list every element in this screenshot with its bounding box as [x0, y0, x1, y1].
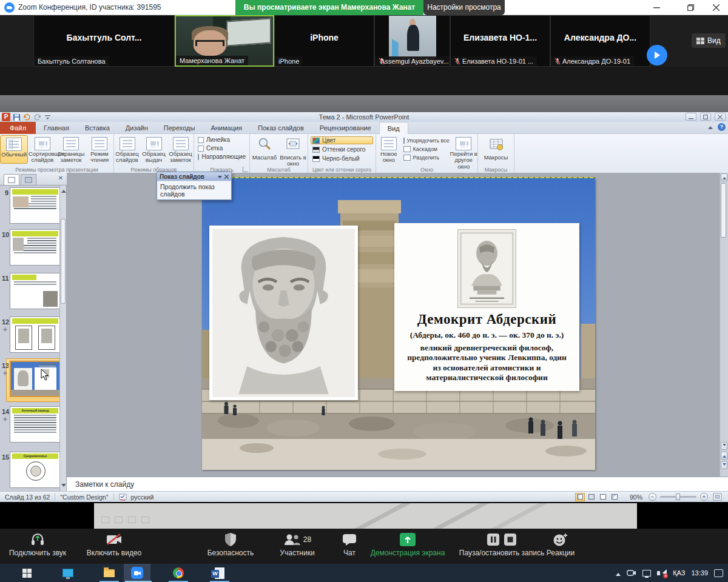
- view-layout-button[interactable]: Вид: [692, 33, 726, 48]
- slide-thumbnail-15[interactable]: Средневековье: [10, 452, 61, 488]
- save-icon[interactable]: [13, 113, 21, 121]
- task-view-button[interactable]: [56, 566, 80, 580]
- tab-design[interactable]: Дизайн: [118, 122, 156, 134]
- customize-toolbar-icon[interactable]: [44, 113, 52, 121]
- zoom-tray-icon[interactable]: [627, 569, 636, 577]
- gridlines-checkbox-row[interactable]: Сетка: [198, 145, 246, 152]
- zoom-button[interactable]: Масштаб: [251, 135, 278, 167]
- chrome-taskbar-button[interactable]: [166, 566, 190, 580]
- slide-thumbnail-9[interactable]: [10, 187, 61, 224]
- tab-review[interactable]: Рецензирование: [312, 122, 379, 134]
- scroll-up-button[interactable]: [721, 173, 727, 181]
- guides-checkbox-row[interactable]: Направляющие: [198, 153, 246, 160]
- new-window-button[interactable]: Новое окно: [376, 135, 402, 170]
- participant-tile-assemgul[interactable]: Assemgul Ayazbayev...: [374, 15, 450, 67]
- security-button[interactable]: Безопасность: [200, 532, 261, 557]
- tab-slideshow[interactable]: Показ слайдов: [250, 122, 312, 134]
- view-settings-button[interactable]: Настройки просмотра: [423, 0, 505, 15]
- slide-thumbnail-10[interactable]: [10, 229, 61, 266]
- zoom-in-button[interactable]: +: [700, 493, 708, 501]
- maximize-button[interactable]: [678, 0, 703, 15]
- stop-icon[interactable]: [504, 533, 517, 546]
- resume-slideshow-item[interactable]: Продолжить показ слайдов: [157, 181, 231, 199]
- zoom-slider-thumb[interactable]: [676, 493, 680, 500]
- current-slide[interactable]: Демокрит Абдерский (Абдеры, ок. 460 до н…: [202, 178, 595, 470]
- participants-button[interactable]: 28 Участники: [266, 532, 329, 557]
- pause-icon[interactable]: [487, 533, 500, 546]
- color-button[interactable]: Цвет: [311, 136, 373, 144]
- arrange-all-button[interactable]: Упорядочить все: [402, 137, 450, 144]
- macros-button[interactable]: Макросы: [482, 135, 510, 161]
- fit-to-window-button[interactable]: Вписать в окно: [279, 135, 307, 167]
- popup-dropdown-icon[interactable]: [218, 175, 222, 179]
- help-icon[interactable]: ?: [718, 123, 726, 131]
- notes-pane[interactable]: Заметки к слайду: [67, 477, 728, 491]
- normal-view-button[interactable]: Обычный: [0, 135, 28, 164]
- split-button[interactable]: Разделить: [402, 154, 450, 161]
- slide-thumbnail-13-selected[interactable]: [10, 361, 61, 397]
- ppt-close-button[interactable]: [715, 113, 726, 121]
- reading-view-shortcut[interactable]: [598, 493, 608, 501]
- network-icon[interactable]: [642, 570, 651, 577]
- notes-master-button[interactable]: Образец заметок: [167, 135, 194, 164]
- slide-sorter-shortcut[interactable]: [587, 493, 596, 501]
- tab-insert[interactable]: Вставка: [77, 122, 118, 134]
- ruler-checkbox-row[interactable]: Линейка: [198, 136, 246, 143]
- scroll-down-button[interactable]: [721, 442, 727, 450]
- slide-thumbnail-12[interactable]: [10, 316, 61, 353]
- grayscale-button[interactable]: Оттенки серого: [311, 146, 373, 153]
- scrollbar-thumb[interactable]: [721, 183, 726, 238]
- normal-view-shortcut[interactable]: [575, 493, 585, 501]
- collapse-ribbon-icon[interactable]: [708, 124, 713, 129]
- thumb-scroll-up-icon[interactable]: [61, 187, 66, 193]
- join-audio-button[interactable]: Подключить звук: [4, 532, 72, 557]
- reactions-button[interactable]: Реакции: [542, 532, 579, 557]
- outline-tab[interactable]: [21, 174, 36, 185]
- zoom-taskbar-button[interactable]: [125, 566, 149, 580]
- ppt-minimize-button[interactable]: [686, 113, 696, 121]
- reading-view-button[interactable]: Режим чтения: [86, 135, 113, 164]
- next-slide-button[interactable]: [721, 461, 727, 469]
- handout-master-button[interactable]: Образец выдач: [141, 135, 167, 164]
- zoom-slider-track[interactable]: [660, 496, 696, 498]
- tab-file[interactable]: Файл: [0, 122, 36, 134]
- tray-overflow-chevron[interactable]: [616, 570, 621, 576]
- speaker-muted-icon[interactable]: ✕: [657, 569, 667, 577]
- tab-home[interactable]: Главная: [36, 122, 77, 134]
- democritus-text-card[interactable]: Демокрит Абдерский (Абдеры, ок. 460 до н…: [394, 223, 579, 391]
- thumbnails-scrollbar[interactable]: [59, 186, 66, 491]
- pause-stop-recording-button[interactable]: Пауза/остановить запись: [456, 532, 547, 557]
- tab-view[interactable]: Вид: [379, 122, 408, 134]
- participant-tile-mamerkhanova[interactable]: Мамерханова Жанат: [175, 15, 274, 67]
- participant-tile-iphone[interactable]: iPhone iPhone: [274, 15, 374, 67]
- tab-transitions[interactable]: Переходы: [156, 122, 203, 134]
- slideshow-popup-titlebar[interactable]: Показ слайдов: [157, 172, 231, 181]
- proofing-language[interactable]: русский: [131, 493, 154, 501]
- previous-slide-button[interactable]: [721, 452, 727, 460]
- tab-animations[interactable]: Анимация: [203, 122, 250, 134]
- redo-icon[interactable]: [33, 113, 41, 121]
- homer-bust-image[interactable]: [209, 226, 358, 400]
- close-button[interactable]: [704, 0, 728, 15]
- slide-scrollbar[interactable]: [720, 173, 728, 477]
- switch-window-button[interactable]: Перейти в другое окно: [450, 135, 477, 170]
- slide-sorter-button[interactable]: Сортировщик слайдов: [29, 135, 56, 164]
- notes-page-button[interactable]: Страницы заметок: [57, 135, 85, 164]
- slide-thumbnail-14[interactable]: Античный период: [10, 406, 61, 443]
- popup-close-icon[interactable]: [224, 175, 229, 179]
- ppt-maximize-button[interactable]: [700, 113, 711, 121]
- spellcheck-icon[interactable]: [119, 493, 127, 501]
- share-screen-button[interactable]: Демонстрация экрана: [369, 532, 447, 557]
- language-indicator[interactable]: ҚАЗ: [673, 569, 685, 577]
- black-white-button[interactable]: Черно-белый: [311, 155, 373, 162]
- participant-tile-bakhytgul[interactable]: Бахытгуль Солт... Бахытгуль Солтанова: [33, 15, 175, 67]
- slide-thumbnail-11[interactable]: [10, 273, 61, 309]
- word-taskbar-button[interactable]: W: [207, 566, 232, 580]
- dialog-launcher-icon[interactable]: [243, 167, 248, 172]
- start-button[interactable]: [15, 566, 39, 580]
- file-explorer-button[interactable]: [97, 566, 121, 580]
- panel-close-icon[interactable]: ✕: [57, 175, 64, 182]
- start-video-button[interactable]: Включить видео: [81, 532, 147, 557]
- next-participants-button[interactable]: [647, 45, 667, 65]
- zoom-percentage[interactable]: 90%: [624, 493, 642, 501]
